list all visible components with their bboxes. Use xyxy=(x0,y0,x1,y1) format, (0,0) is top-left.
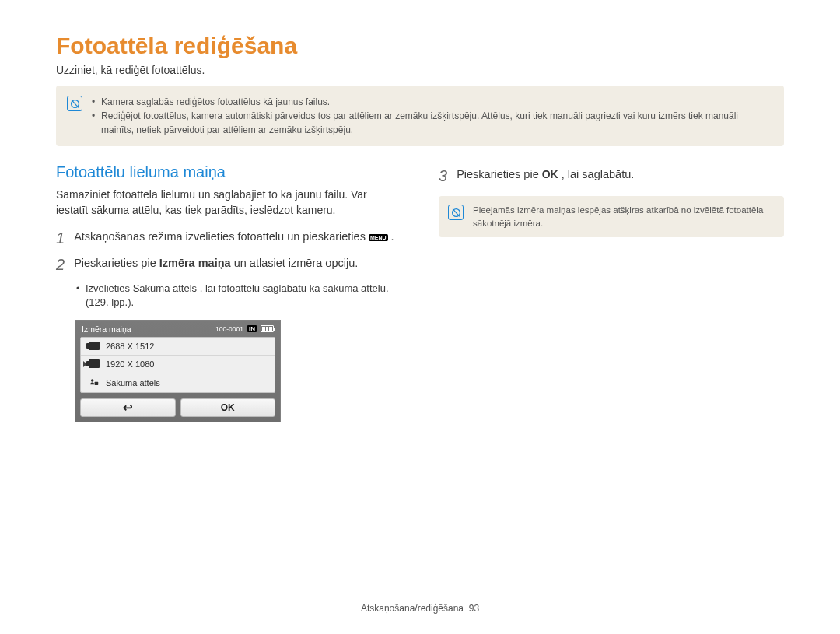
back-arrow-icon: ↩ xyxy=(123,401,133,415)
cam-option-label: Sākuma attēls xyxy=(106,378,160,387)
note-icon xyxy=(67,96,82,111)
note-item: Kamera saglabās rediģētos fotoattēlus kā… xyxy=(92,95,773,109)
cam-back-button[interactable]: ↩ xyxy=(80,398,176,417)
step-text: un atlasiet izmēra opciju. xyxy=(234,257,359,269)
cam-option-list: 2688 X 1512 1920 X 1080 Sākuma attēls xyxy=(80,337,275,393)
page-title: Fotoattēla rediģēšana xyxy=(56,33,784,59)
note-box-top: Kamera saglabās rediģētos fotoattēlus kā… xyxy=(56,86,784,146)
battery-icon xyxy=(261,325,274,332)
camera-ui-mock: Izmēra maiņa 100-0001 IN 2688 X 1512 xyxy=(75,320,281,422)
page-subtitle: Uzziniet, kā rediģēt fotoattēlus. xyxy=(56,64,784,76)
step-text: Pieskarieties pie xyxy=(74,257,159,269)
step-text: Atskaņošanas režīmā izvēlieties fotoattē… xyxy=(74,230,369,243)
menu-icon: MENU xyxy=(369,234,388,241)
step-2: 2 Pieskarieties pie Izmēra maiņa un atla… xyxy=(56,255,401,274)
page-footer: Atskaņošana/rediģēšana 93 xyxy=(0,603,840,614)
note-icon xyxy=(448,205,464,220)
section-heading: Fotoattēlu lieluma maiņa xyxy=(56,163,401,181)
home-image-icon xyxy=(89,377,100,388)
cam-option-label: 1920 X 1080 xyxy=(106,359,154,369)
cam-option[interactable]: 2688 X 1512 xyxy=(81,338,275,356)
note-text: Pieejamās izmēra maiņas iespējas atšķira… xyxy=(473,204,775,229)
sub-bullet-item: Izvēlieties Sākuma attēls , lai fotoattē… xyxy=(76,282,401,310)
cam-ok-button[interactable]: OK xyxy=(180,398,276,417)
ok-inline-icon: OK xyxy=(542,168,558,180)
svg-rect-2 xyxy=(95,381,99,384)
step-number: 1 xyxy=(56,229,65,247)
note-item: Rediģējot fotoattēlus, kamera automātisk… xyxy=(92,109,773,137)
step-1: 1 Atskaņošanas režīmā izvēlieties fotoat… xyxy=(56,229,401,247)
step-text-bold: Izmēra maiņa xyxy=(159,257,231,269)
memory-icon: IN xyxy=(247,325,257,332)
step-text: , lai saglabātu. xyxy=(562,168,635,180)
cam-counter: 100-0001 xyxy=(215,325,243,333)
step-text: Pieskarieties pie xyxy=(457,168,542,180)
step-number: 2 xyxy=(56,255,65,274)
cam-title: Izmēra maiņa xyxy=(82,324,131,334)
photo-icon xyxy=(89,359,100,368)
note-box-right: Pieejamās izmēra maiņas iespējas atšķira… xyxy=(439,196,784,237)
step-text: . xyxy=(391,230,394,243)
svg-point-1 xyxy=(91,379,94,382)
step-3: 3 Pieskarieties pie OK , lai saglabātu. xyxy=(439,166,784,185)
cam-option-label: 2688 X 1512 xyxy=(106,342,154,351)
step-number: 3 xyxy=(439,166,447,185)
cam-option-selected[interactable]: 1920 X 1080 xyxy=(81,356,275,373)
section-intro: Samaziniet fotoattēla lielumu un saglabā… xyxy=(56,187,401,218)
cam-option[interactable]: Sākuma attēls xyxy=(81,373,275,392)
photo-icon xyxy=(89,342,100,350)
